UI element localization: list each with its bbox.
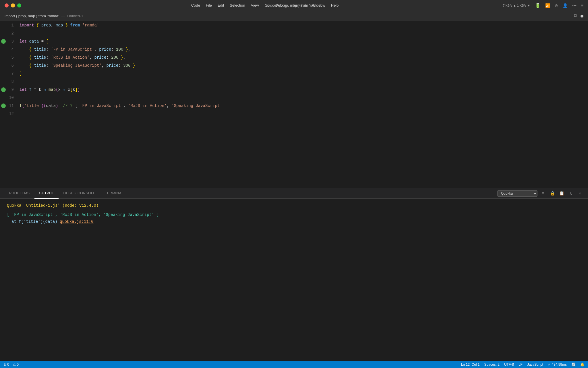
tab-problems[interactable]: PROBLEMS bbox=[5, 188, 34, 199]
breakpoint-empty-1 bbox=[1, 23, 6, 28]
line-num-12: 12 bbox=[6, 112, 17, 116]
breakpoint-3[interactable] bbox=[1, 39, 6, 44]
keyword-import: import bbox=[20, 23, 34, 28]
tab-debug-console[interactable]: DEBUG CONSOLE bbox=[59, 188, 100, 199]
breakpoint-empty-6 bbox=[1, 63, 6, 68]
code-line-7: ] bbox=[17, 70, 584, 78]
lock-icon[interactable]: 🔒 bbox=[549, 190, 556, 197]
breakpoint-empty-2 bbox=[1, 31, 6, 36]
breakpoint-9[interactable] bbox=[1, 87, 6, 92]
output-selector-container: Quokka Git Extensions bbox=[497, 190, 537, 197]
gutter-line-7: 7 bbox=[0, 70, 17, 78]
battery-icon: 🔋 bbox=[535, 3, 541, 8]
gutter-line-5: 5 bbox=[0, 53, 17, 62]
gutter-line-9: 9 bbox=[0, 86, 17, 94]
line-num-10: 10 bbox=[6, 95, 17, 100]
menu-selection[interactable]: Selection bbox=[230, 3, 245, 7]
gutter-line-6: 6 bbox=[0, 62, 17, 70]
breakpoint-empty-10 bbox=[1, 95, 6, 100]
bell-icon[interactable]: 🔔 bbox=[580, 363, 585, 367]
more-icon: ••• bbox=[572, 3, 577, 8]
status-errors[interactable]: ⊗ 0 bbox=[3, 363, 9, 367]
gutter-line-2: 2 bbox=[0, 29, 17, 37]
line-num-8: 8 bbox=[6, 79, 17, 84]
breakpoint-empty-4 bbox=[1, 47, 6, 52]
output-link-text[interactable]: quokka.js:11:0 bbox=[60, 219, 94, 224]
list-icon: ≡ bbox=[581, 3, 583, 8]
breakpoint-11[interactable] bbox=[1, 103, 6, 108]
status-left: ⊗ 0 ⚠ 0 bbox=[3, 363, 19, 367]
tab-title[interactable]: import { prop, map } from 'ramda' bbox=[5, 14, 59, 18]
code-line-9: let f = k ⇒ map ( x ⇒ x [ k ] ) bbox=[17, 86, 584, 94]
gutter-line-1: 1 bbox=[0, 21, 17, 29]
minimize-button[interactable] bbox=[11, 3, 15, 7]
split-editor-icon[interactable]: ⧉ bbox=[574, 13, 577, 19]
output-selector[interactable]: Quokka Git Extensions bbox=[497, 190, 537, 197]
close-button[interactable] bbox=[5, 3, 9, 7]
panel-tabbar: PROBLEMS OUTPUT DEBUG CONSOLE TERMINAL Q… bbox=[0, 188, 588, 199]
filter-icon[interactable]: ≡ bbox=[540, 190, 547, 197]
tabbar: import { prop, map } from 'ramda' — Unti… bbox=[0, 11, 588, 21]
menu-code[interactable]: Code bbox=[191, 3, 200, 7]
breakpoint-empty-8 bbox=[1, 79, 6, 84]
breakpoint-empty-5 bbox=[1, 55, 6, 60]
panel: PROBLEMS OUTPUT DEBUG CONSOLE TERMINAL Q… bbox=[0, 188, 588, 229]
code-line-8 bbox=[17, 78, 584, 86]
status-encoding[interactable]: UTF-8 bbox=[504, 363, 514, 367]
close-panel-icon[interactable]: ✕ bbox=[577, 190, 583, 197]
code-line-11: f ( 'title' ) ( data ) // ? [ 'FP in Jav… bbox=[17, 102, 584, 110]
line-num-9: 9 bbox=[6, 87, 17, 92]
unsaved-indicator bbox=[581, 15, 583, 18]
status-language[interactable]: JavaScript bbox=[527, 363, 543, 367]
status-position[interactable]: Ln 12, Col 1 bbox=[461, 363, 480, 367]
gutter-line-4: 4 bbox=[0, 45, 17, 53]
tabbar-right: ⧉ bbox=[574, 13, 583, 19]
status-warnings[interactable]: ⚠ 0 bbox=[13, 363, 19, 367]
statusbar: ⊗ 0 ⚠ 0 Ln 12, Col 1 Spaces: 2 UTF-8 LF … bbox=[0, 361, 588, 368]
panel-content: Quokka 'Untitled-1.js' (node: v12.4.0) [… bbox=[0, 199, 588, 229]
code-line-6: { title : 'Speaking JavaScript' , price … bbox=[17, 62, 584, 70]
copy-icon[interactable]: 📋 bbox=[558, 190, 565, 197]
panel-controls: Quokka Git Extensions ≡ 🔒 📋 ∧ ✕ bbox=[497, 190, 583, 197]
code-line-2 bbox=[17, 29, 584, 37]
menu-view[interactable]: View bbox=[251, 3, 259, 7]
line-num-4: 4 bbox=[6, 47, 17, 52]
titlebar-left bbox=[5, 3, 21, 7]
error-count: ⊗ 0 bbox=[3, 363, 9, 367]
tab-filename[interactable]: Untitled-1 bbox=[67, 14, 83, 18]
maximize-button[interactable] bbox=[17, 3, 21, 7]
status-quokka-time: ✓ 434.99ms bbox=[548, 363, 567, 367]
menu-file[interactable]: File bbox=[206, 3, 212, 7]
line-num-1: 1 bbox=[6, 23, 17, 28]
gutter-line-11: 11 bbox=[0, 102, 17, 110]
line-num-2: 2 bbox=[6, 31, 17, 36]
sync-icon[interactable]: 🔄 bbox=[571, 363, 576, 367]
menu-edit[interactable]: Edit bbox=[218, 3, 224, 7]
tab-output[interactable]: OUTPUT bbox=[34, 188, 59, 199]
system-minus-icon: ⊖ bbox=[555, 3, 558, 8]
line-num-6: 6 bbox=[6, 63, 17, 68]
menu-help[interactable]: Help bbox=[331, 3, 339, 7]
code-area[interactable]: import { prop , map } from 'ramda' let d… bbox=[17, 21, 584, 188]
code-line-3: let data = [ bbox=[17, 37, 584, 45]
tab-separator: — bbox=[61, 14, 65, 18]
gutter-line-8: 8 bbox=[0, 78, 17, 86]
status-spaces[interactable]: Spaces: 2 bbox=[484, 363, 500, 367]
window-title: import { prop, map } from 'ramda' bbox=[267, 3, 321, 7]
editor: 1 2 3 4 5 6 7 bbox=[0, 21, 588, 188]
chevron-up-icon[interactable]: ∧ bbox=[567, 190, 574, 197]
wifi-icon: 📶 bbox=[545, 3, 550, 8]
output-result: [ 'FP in JavaScript', 'RxJS in Action', … bbox=[7, 212, 581, 217]
titlebar: Code File Edit Selection View Go Debug T… bbox=[0, 0, 588, 11]
tab-terminal[interactable]: TERMINAL bbox=[100, 188, 128, 199]
code-line-5: { title : 'RxJS in Action' , price : 200… bbox=[17, 53, 584, 62]
network-stats: 7 KB/s ▲ 1 KB/s ▼ bbox=[503, 4, 530, 7]
line-num-5: 5 bbox=[6, 55, 17, 60]
line-gutter: 1 2 3 4 5 6 7 bbox=[0, 21, 17, 188]
user-icon: 👤 bbox=[563, 3, 568, 8]
breakpoint-empty-12 bbox=[1, 112, 6, 116]
status-line-ending[interactable]: LF bbox=[519, 363, 523, 367]
editor-scrollbar[interactable] bbox=[584, 21, 588, 188]
breakpoint-empty-7 bbox=[1, 71, 6, 76]
line-num-7: 7 bbox=[6, 71, 17, 76]
